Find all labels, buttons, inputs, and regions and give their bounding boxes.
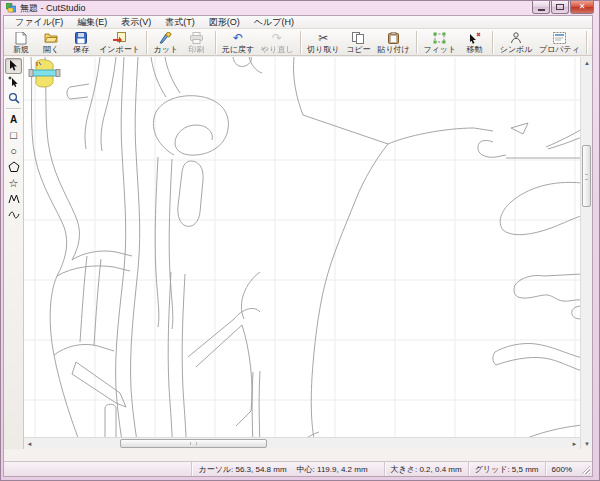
scissors-icon: ✂ (318, 32, 328, 45)
menu-shape[interactable]: 図形(O) (202, 15, 247, 30)
selected-image-object[interactable] (28, 59, 62, 89)
open-button[interactable]: 開く (36, 30, 66, 55)
tool-palette: A □ ○ ☆ (4, 57, 24, 449)
printer-icon (190, 32, 203, 45)
star-icon: ☆ (9, 177, 19, 190)
fit-button[interactable]: フィット (420, 30, 459, 55)
scroll-up-arrow[interactable]: ▲ (581, 57, 593, 68)
undo-button[interactable]: ↶ 元に戻す (219, 30, 258, 55)
center-position: 中心: 119.9, 4.2 mm (297, 464, 368, 475)
properties-icon (553, 32, 566, 45)
print-button[interactable]: 印刷 (182, 30, 212, 55)
status-bar: カーソル: 56.3, 54.8 mm 中心: 119.9, 4.2 mm 大き… (4, 461, 592, 476)
clipboard-icon (388, 32, 399, 45)
resize-grip[interactable] (578, 462, 592, 476)
new-button[interactable]: 新規 (6, 30, 36, 55)
close-button[interactable]: ✕ (570, 1, 594, 14)
zoom-tool[interactable] (5, 90, 22, 106)
workspace: A □ ○ ☆ (4, 57, 592, 449)
new-page-icon (15, 32, 27, 45)
selection-handle[interactable] (56, 70, 60, 77)
menu-help[interactable]: ヘルプ(H) (247, 15, 301, 30)
vertical-scrollbar[interactable]: ▲ ▼ (580, 57, 592, 449)
symbol-button[interactable]: シンボル (496, 30, 535, 55)
ellipse-tool[interactable]: ○ (5, 143, 22, 159)
copy-button[interactable]: コピー (343, 30, 374, 55)
maximize-button[interactable] (551, 1, 569, 14)
cursor-position: カーソル: 56.3, 54.8 mm (198, 464, 286, 475)
ellipse-icon: ○ (10, 145, 17, 157)
curve-tool[interactable] (5, 207, 22, 223)
scroll-down-arrow[interactable]: ▼ (581, 438, 593, 449)
polyline-icon (8, 194, 20, 204)
horizontal-scroll-thumb[interactable] (120, 439, 267, 448)
toolbar-separator (416, 31, 417, 54)
scroll-right-arrow[interactable]: ► (569, 438, 580, 449)
copy-icon (352, 32, 364, 45)
toolbar-separator (300, 31, 301, 54)
curve-icon (8, 211, 20, 219)
menu-format[interactable]: 書式(T) (158, 15, 202, 30)
grid-setting: グリッド: 5,5 mm (468, 462, 545, 476)
magnifier-icon (8, 92, 20, 104)
scroll-left-arrow[interactable]: ◄ (24, 438, 35, 449)
person-icon (510, 32, 522, 45)
zoom-level: 600% (545, 462, 578, 476)
select-tool[interactable] (5, 58, 22, 74)
star-tool[interactable]: ☆ (5, 175, 22, 191)
object-size: 大きさ: 0.2, 0.4 mm (384, 462, 468, 476)
close-icon: ✕ (579, 3, 586, 11)
menu-view[interactable]: 表示(V) (114, 15, 158, 30)
text-tool[interactable]: A (5, 111, 22, 127)
text-tool-icon: A (10, 114, 17, 125)
selection-handle[interactable] (29, 70, 33, 77)
minimize-button[interactable] (532, 1, 550, 14)
select-arrow-icon (8, 60, 19, 72)
horizontal-scrollbar[interactable]: ◄ ► (24, 437, 580, 449)
pentagon-icon (8, 161, 20, 173)
app-icon (6, 3, 16, 13)
fit-selection-icon (433, 32, 446, 45)
maximize-icon (556, 4, 564, 10)
save-floppy-icon (75, 32, 87, 45)
move-button[interactable]: 移動 (459, 30, 489, 55)
status-message (4, 462, 191, 476)
redo-icon: ↷ (272, 32, 282, 45)
window-title: 無題 - CutStudio (20, 2, 86, 15)
grid-lines (24, 57, 580, 449)
menu-file[interactable]: ファイル(F) (8, 15, 70, 30)
canvas-drawing (24, 57, 580, 449)
design-canvas[interactable]: ◄ ► (24, 57, 580, 449)
status-cursor-center: カーソル: 56.3, 54.8 mm 中心: 119.9, 4.2 mm (191, 462, 383, 476)
toolbar-separator (492, 31, 493, 54)
properties-button[interactable]: プロパティ (536, 30, 583, 55)
rectangle-icon: □ (10, 129, 17, 141)
polyline-tool[interactable] (5, 191, 22, 207)
toolbar-separator (586, 31, 587, 54)
toolbar-separator (146, 31, 147, 54)
app-window: 無題 - CutStudio ✕ ファイル(F) 編集(E) 表示(V) 書式(… (0, 0, 600, 481)
save-button[interactable]: 保存 (66, 30, 96, 55)
open-folder-icon (44, 32, 58, 45)
node-edit-tool[interactable] (5, 74, 22, 90)
cutter-icon (159, 32, 172, 45)
toolbar: 新規 開く 保存 インポート (4, 29, 592, 56)
title-bar[interactable]: 無題 - CutStudio ✕ (1, 1, 599, 15)
cut-button[interactable]: ✂ 切り取り (304, 30, 343, 55)
artwork-outlines (31, 57, 580, 449)
palette-separator (6, 108, 21, 109)
minimize-icon (538, 9, 545, 11)
paste-button[interactable]: 貼り付け (374, 30, 413, 55)
cut-job-button[interactable]: カット (150, 30, 182, 55)
polygon-tool[interactable] (5, 159, 22, 175)
vertical-scroll-thumb[interactable] (582, 145, 591, 207)
menu-edit[interactable]: 編集(E) (70, 15, 114, 30)
redo-button[interactable]: ↷ やり直し (258, 30, 297, 55)
toolbar-separator (215, 31, 216, 54)
rectangle-tool[interactable]: □ (5, 127, 22, 143)
client-area: ファイル(F) 編集(E) 表示(V) 書式(T) 図形(O) ヘルプ(H) 新… (3, 15, 593, 477)
import-icon (113, 32, 126, 45)
move-arrow-icon (468, 32, 481, 45)
undo-icon: ↶ (233, 32, 243, 45)
import-button[interactable]: インポート (96, 30, 143, 55)
